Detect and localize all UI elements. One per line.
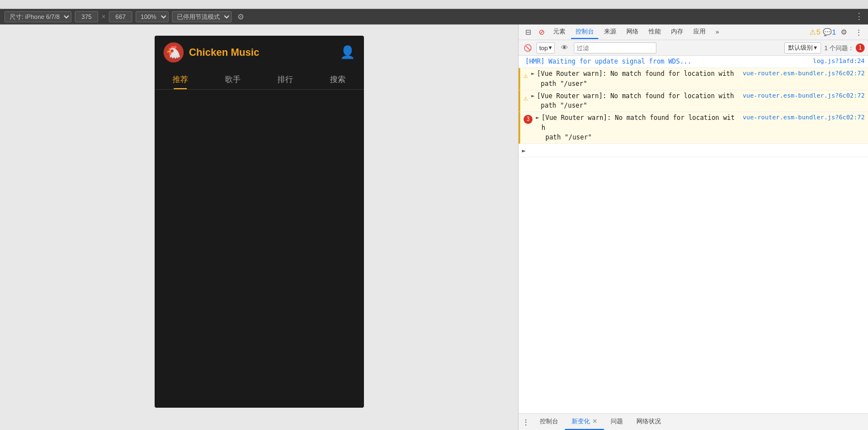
bottom-tab-dots[interactable]: ⋮ [522,418,530,427]
gear-icon[interactable]: ⚙ [838,26,850,38]
issue-text: 1 个问题： [824,44,854,51]
app-body [155,90,364,408]
dimension-cross: × [102,13,105,21]
throttle-mode-select[interactable]: 已停用节流模式 [172,11,232,22]
tab-elements[interactable]: 元素 [549,25,570,39]
device-select[interactable]: 尺寸: iPhone 6/7/8 [4,11,71,22]
user-icon[interactable]: 👤 [340,45,355,60]
nav-item-recommend[interactable]: 推荐 [155,69,207,89]
console-msg-hmr: [HMR] Waiting for update signal from WDS… [519,56,868,68]
toolbar-left: 尺寸: iPhone 6/7/8 × 100% 已停用节流模式 ⚙ [4,11,850,22]
stop-icon[interactable]: ⊘ [535,26,548,38]
tab-performance[interactable]: 性能 [644,25,665,39]
bottom-tab-network-conditions[interactable]: 网络状况 [630,414,668,430]
more-options-button[interactable]: ⋮ [855,11,864,22]
nav-item-search[interactable]: 搜索 [311,69,364,89]
context-label: top [539,45,548,51]
devtools-bottom-tabs: ⋮ 控制台 新变化 ✕ 问题 网络状况 [519,413,868,430]
bottom-tab-changes-label: 新变化 [572,417,590,426]
context-dropdown-arrow: ▾ [549,44,552,51]
width-input[interactable] [75,11,98,22]
settings-icon[interactable]: ⚙ [235,12,247,21]
nav-item-artist[interactable]: 歌手 [207,69,259,89]
warn-msg-text-1: [Vue Router warn]: No match found for lo… [537,69,738,89]
devtools-tabs: ⊟ ⊘ 元素 控制台 来源 网络 性能 内存 应用 » ⚠ 5 💬 1 ⚙ ⋮ [519,25,868,40]
tab-memory[interactable]: 内存 [666,25,688,39]
warn-msg-text-2: [Vue Router warn]: No match found for lo… [537,91,738,111]
warning-count: 5 [816,28,820,36]
console-messages: [HMR] Waiting for update signal from WDS… [519,56,868,413]
mobile-frame: 🐔 Chicken Music 👤 推荐 歌手 排行 搜索 [155,36,364,408]
tab-application[interactable]: 应用 [689,25,710,39]
bottom-tab-changes-close[interactable]: ✕ [592,418,597,425]
tab-more[interactable]: » [711,26,723,38]
app-nav: 推荐 歌手 排行 搜索 [155,69,364,90]
warning-badge-icon[interactable]: ⚠ 5 [809,26,821,38]
dock-icon[interactable]: ⊟ [522,26,534,38]
issue-count-badge: 1 [856,44,865,52]
more-devtools-icon[interactable]: ⋮ [852,26,865,38]
filter-input[interactable] [574,42,656,54]
expand-arrow-3[interactable]: ► [536,113,539,122]
height-input[interactable] [109,11,132,22]
bottom-tab-issues[interactable]: 问题 [604,414,630,430]
arrow-expand-icon[interactable]: ► [522,146,526,156]
nav-item-rank[interactable]: 排行 [259,69,311,89]
expand-arrow-1[interactable]: ► [531,69,535,78]
devtools-tab-icons: ⚠ 5 💬 1 ⚙ ⋮ [809,26,865,38]
info-count: 1 [832,28,836,36]
browser-panel: 🐔 Chicken Music 👤 推荐 歌手 排行 搜索 [0,25,518,430]
context-dropdown[interactable]: top ▾ [536,42,555,54]
console-msg-warn-3: 3 ► [Vue Router warn]: No match found fo… [519,112,868,144]
device-toolbar: 尺寸: iPhone 6/7/8 × 100% 已停用节流模式 ⚙ ⋮ [0,9,868,25]
main-content: 🐔 Chicken Music 👤 推荐 歌手 排行 搜索 ⊟ ⊘ 元素 控制 [0,25,868,430]
warn-icon-1: ⚠ [524,70,528,81]
hmr-msg-text: [HMR] Waiting for update signal from WDS… [525,57,808,66]
info-badge-icon[interactable]: 💬 1 [823,26,836,38]
console-msg-warn-1: ⚠ ► [Vue Router warn]: No match found fo… [519,68,868,90]
warn-msg-text-3: [Vue Router warn]: No match found for lo… [541,113,738,142]
hmr-msg-link[interactable]: log.js?1afd:24 [813,57,865,66]
console-msg-warn-2: ⚠ ► [Vue Router warn]: No match found fo… [519,90,868,113]
logo-emoji: 🐔 [166,45,181,60]
tab-console[interactable]: 控制台 [571,25,598,39]
msg-count-badge: 3 [524,115,533,124]
toolbar-right: ⋮ [855,11,864,22]
issue-badge-label: 1 个问题： 1 [824,44,865,52]
warn-msg-link-2[interactable]: vue-router.esm-bundler.js?6c02:72 [742,91,865,101]
zoom-select[interactable]: 100% [136,11,169,22]
eye-button[interactable]: 👁 [558,42,570,54]
warn-msg-link-3[interactable]: vue-router.esm-bundler.js?6c02:72 [742,113,865,123]
tab-sources[interactable]: 来源 [600,25,621,39]
clear-console-button[interactable]: 🚫 [522,42,533,54]
count-badge-icon: 3 [524,114,533,124]
devtools-panel: ⊟ ⊘ 元素 控制台 来源 网络 性能 内存 应用 » ⚠ 5 💬 1 ⚙ ⋮ [518,25,868,430]
tab-network[interactable]: 网络 [622,25,643,39]
console-msg-arrow-row: ► [519,144,868,157]
bottom-tab-console[interactable]: 控制台 [533,414,565,430]
warn-icon-2: ⚠ [524,93,528,104]
expand-arrow-2[interactable]: ► [531,91,535,100]
app-header: 🐔 Chicken Music 👤 [155,36,364,69]
console-toolbar: 🚫 top ▾ 👁 默认级别 ▾ 1 个问题： 1 [519,40,868,56]
ruler-bar [0,0,868,9]
default-level-dropdown[interactable]: 默认级别 ▾ [784,42,821,54]
app-logo: 🐔 [164,42,184,62]
bottom-tab-changes[interactable]: 新变化 ✕ [565,414,604,430]
default-level-label: 默认级别 [788,44,813,52]
warn-msg-link-1[interactable]: vue-router.esm-bundler.js?6c02:72 [742,69,865,79]
app-title: Chicken Music [189,47,340,59]
